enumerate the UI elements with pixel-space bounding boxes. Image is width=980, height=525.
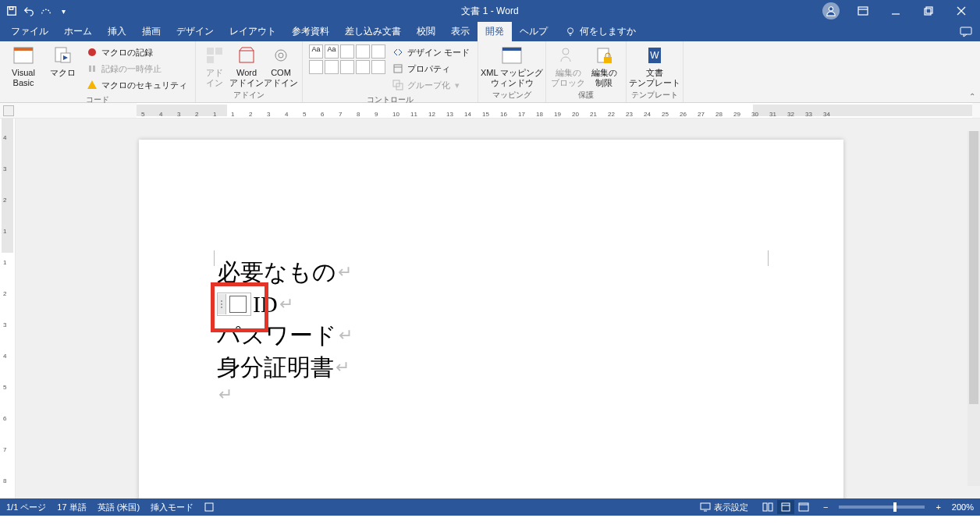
view-buttons xyxy=(759,500,812,514)
tab-developer[interactable]: 開発 xyxy=(478,22,512,41)
control-combobox-icon[interactable] xyxy=(309,60,323,74)
close-icon[interactable] xyxy=(946,0,977,22)
paragraph-mark-icon: ↵ xyxy=(279,293,293,316)
display-settings-button[interactable]: 表示設定 xyxy=(700,502,748,513)
text-line-4[interactable]: 身分証明書 xyxy=(217,352,334,384)
document-scroll-area[interactable]: 必要なもの↵ ID↵ パスワード↵ 身分証明書↵ ↵ xyxy=(16,119,980,498)
ruler-vertical[interactable]: 432112345678 xyxy=(0,119,16,498)
control-buildingblock-icon[interactable] xyxy=(356,44,370,59)
ruler-horizontal[interactable]: 5432112345678910111213141516171819202122… xyxy=(0,103,980,119)
svg-rect-16 xyxy=(89,66,91,72)
zoom-in-button[interactable]: + xyxy=(936,502,940,512)
restrict-editing-button[interactable]: 編集の 制限 xyxy=(587,43,621,88)
view-web-icon[interactable] xyxy=(795,500,812,514)
com-addin-button[interactable]: COM アドイン xyxy=(265,43,297,88)
pause-recording-button: 記録の一時停止 xyxy=(83,61,190,76)
tab-home[interactable]: ホーム xyxy=(56,22,100,41)
tab-insert[interactable]: 挿入 xyxy=(100,22,134,41)
minimize-icon[interactable] xyxy=(880,0,911,22)
tab-review[interactable]: 校閲 xyxy=(409,22,443,41)
macro-security-button[interactable]: マクロのセキュリティ xyxy=(83,77,190,93)
control-checkbox-icon[interactable] xyxy=(371,44,385,59)
status-macro-icon[interactable] xyxy=(204,502,214,512)
svg-rect-43 xyxy=(782,503,790,511)
text-line-1[interactable]: 必要なもの xyxy=(217,257,336,289)
status-page[interactable]: 1/1 ページ xyxy=(6,502,46,513)
text-line-3[interactable]: パスワード xyxy=(217,320,337,352)
status-language[interactable]: 英語 (米国) xyxy=(98,502,140,513)
visual-basic-button[interactable]: Visual Basic xyxy=(5,43,42,88)
zoom-slider[interactable] xyxy=(839,505,925,509)
svg-point-36 xyxy=(221,303,222,305)
tab-layout[interactable]: レイアウト xyxy=(222,22,284,41)
group-button: グループ化▾ xyxy=(389,77,473,93)
zoom-slider-thumb[interactable] xyxy=(893,502,897,512)
svg-point-35 xyxy=(221,300,222,302)
view-print-icon[interactable] xyxy=(777,500,794,514)
view-read-icon[interactable] xyxy=(759,500,776,514)
user-avatar[interactable] xyxy=(822,2,840,20)
tab-references[interactable]: 参考資料 xyxy=(284,22,337,41)
control-date-icon[interactable] xyxy=(340,60,354,74)
word-addin-button[interactable]: Word アドイン xyxy=(230,43,263,88)
svg-rect-42 xyxy=(769,503,772,511)
tab-help[interactable]: ヘルプ xyxy=(512,22,556,41)
svg-rect-18 xyxy=(207,48,214,55)
control-picture-icon[interactable] xyxy=(340,44,354,59)
paragraph-mark-icon: ↵ xyxy=(338,261,352,284)
svg-rect-20 xyxy=(207,56,214,63)
tab-draw[interactable]: 描画 xyxy=(134,22,169,41)
status-words[interactable]: 17 単語 xyxy=(57,502,86,513)
tab-view[interactable]: 表示 xyxy=(443,22,478,41)
group-controls: Aa Aa デザイン モード プロパティ グループ化▾ コントロール xyxy=(303,41,478,102)
qat-customize-icon[interactable]: ▾ xyxy=(56,4,70,18)
ribbon-display-options-icon[interactable] xyxy=(847,0,879,22)
group-template: W文書 テンプレート テンプレート xyxy=(627,41,684,102)
control-handle-icon[interactable] xyxy=(218,294,226,314)
scrollbar-vertical[interactable] xyxy=(968,119,980,498)
xml-mapping-button[interactable]: XML マッピング ウィンドウ xyxy=(483,43,541,88)
group-addins-label: アドイン xyxy=(233,88,265,102)
lightbulb-icon xyxy=(565,27,576,37)
undo-icon[interactable] xyxy=(22,4,36,18)
warning-icon xyxy=(86,79,98,91)
group-mapping-label: マッピング xyxy=(492,88,531,102)
save-icon[interactable] xyxy=(5,4,19,18)
comments-icon[interactable] xyxy=(960,22,972,41)
document-template-button[interactable]: W文書 テンプレート xyxy=(632,43,677,88)
document-content[interactable]: 必要なもの↵ ID↵ パスワード↵ 身分証明書↵ ↵ xyxy=(217,257,353,406)
zoom-level[interactable]: 200% xyxy=(952,502,974,512)
maximize-icon[interactable] xyxy=(913,0,944,22)
svg-rect-17 xyxy=(93,66,95,72)
svg-rect-1 xyxy=(9,7,12,10)
scrollbar-thumb[interactable] xyxy=(969,131,978,404)
control-legacy-icon[interactable] xyxy=(371,60,385,74)
zoom-out-button[interactable]: − xyxy=(823,502,828,512)
svg-rect-39 xyxy=(701,503,710,509)
tab-mailings[interactable]: 差し込み文書 xyxy=(337,22,409,41)
checkbox-icon[interactable] xyxy=(229,296,247,313)
record-macro-button[interactable]: マクロの記録 xyxy=(83,44,190,60)
svg-text:W: W xyxy=(650,50,659,61)
control-richtext-icon[interactable]: Aa xyxy=(309,44,323,59)
macros-button[interactable]: マクロ xyxy=(44,43,81,78)
group-template-label: テンプレート xyxy=(631,88,678,102)
checkbox-content-control[interactable] xyxy=(217,293,251,316)
status-insert-mode[interactable]: 挿入モード xyxy=(151,502,194,513)
design-mode-button[interactable]: デザイン モード xyxy=(389,44,473,60)
control-repeating-icon[interactable] xyxy=(356,60,370,74)
svg-rect-29 xyxy=(502,48,521,51)
control-plaintext-icon[interactable]: Aa xyxy=(325,44,339,59)
pause-icon xyxy=(86,62,98,75)
properties-button[interactable]: プロパティ xyxy=(389,61,473,76)
control-dropdown-icon[interactable] xyxy=(325,60,339,74)
tab-file[interactable]: ファイル xyxy=(3,22,56,41)
redo-icon[interactable] xyxy=(39,4,53,18)
collapse-ribbon-icon[interactable]: ⌃ xyxy=(969,92,975,101)
document-page[interactable]: 必要なもの↵ ID↵ パスワード↵ 身分証明書↵ ↵ xyxy=(139,140,843,498)
tab-design[interactable]: デザイン xyxy=(169,22,222,41)
tell-me-search[interactable]: 何をしますか xyxy=(565,22,636,41)
text-line-2[interactable]: ID xyxy=(253,289,278,321)
controls-gallery[interactable]: Aa Aa xyxy=(307,43,387,76)
group-protect-label: 保護 xyxy=(578,88,594,102)
